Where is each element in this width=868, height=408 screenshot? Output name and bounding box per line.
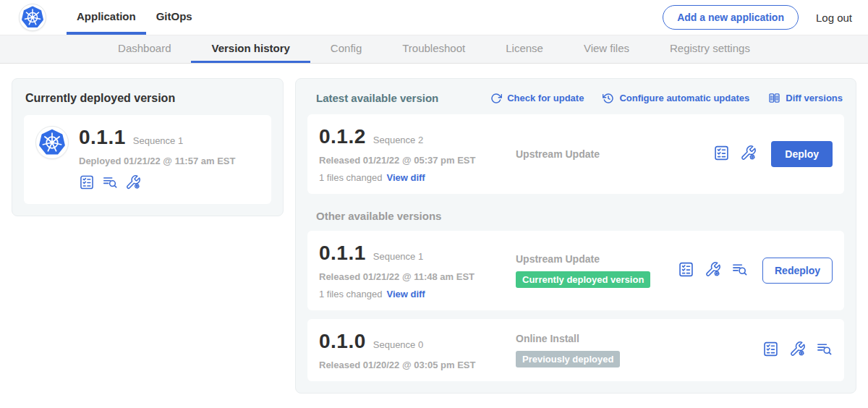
configure-automatic-updates-link[interactable]: Configure automatic updates bbox=[603, 93, 749, 104]
app-tabs: Application GitOps bbox=[67, 0, 203, 35]
sequence-label: Sequence 0 bbox=[373, 339, 423, 350]
redeploy-button[interactable]: Redeploy bbox=[762, 258, 833, 284]
version-number: 0.1.0 bbox=[319, 330, 366, 353]
check-for-update-link[interactable]: Check for update bbox=[490, 93, 584, 104]
subnav-item-config[interactable]: Config bbox=[310, 35, 382, 63]
deploy-button[interactable]: Deploy bbox=[771, 141, 833, 167]
main-content: Currently deployed version 0 bbox=[0, 64, 868, 408]
version-source-label: Online Install bbox=[516, 333, 762, 344]
version-number: 0.1.1 bbox=[319, 242, 366, 265]
refresh-icon bbox=[490, 93, 502, 104]
subnav-item-dashboard[interactable]: Dashboard bbox=[98, 35, 191, 63]
tab-application[interactable]: Application bbox=[67, 0, 146, 35]
kubernetes-logo-icon[interactable] bbox=[19, 4, 46, 31]
currently-deployed-panel: Currently deployed version 0 bbox=[12, 78, 284, 216]
released-timestamp: Released 01/20/22 @ 03:05 pm EST bbox=[319, 360, 500, 370]
view-diff-link[interactable]: View diff bbox=[386, 289, 425, 299]
other-available-versions-title: Other available versions bbox=[316, 210, 844, 222]
subnav-item-license[interactable]: License bbox=[485, 35, 563, 63]
header-spacer bbox=[203, 0, 663, 35]
currently-deployed-title: Currently deployed version bbox=[25, 92, 271, 105]
version-card-0-1-2: 0.1.2 Sequence 2 Released 01/21/22 @ 05:… bbox=[307, 114, 844, 194]
config-icon[interactable] bbox=[789, 341, 806, 360]
preflight-checks-icon[interactable] bbox=[713, 145, 730, 164]
subnav-item-troubleshoot[interactable]: Troubleshoot bbox=[382, 35, 485, 63]
files-changed-label: 1 files changed bbox=[319, 172, 382, 183]
version-card-0-1-1: 0.1.1 Sequence 1 Released 01/21/22 @ 11:… bbox=[307, 231, 844, 310]
deployed-version-number: 0.1.1 bbox=[79, 126, 126, 149]
config-icon[interactable] bbox=[705, 261, 721, 281]
released-timestamp: Released 01/21/22 @ 05:37 pm EST bbox=[319, 155, 500, 166]
version-card-0-1-0: 0.1.0 Sequence 0 Released 01/20/22 @ 03:… bbox=[307, 319, 844, 381]
kubernetes-app-icon bbox=[35, 126, 69, 159]
auto-update-clock-icon bbox=[603, 93, 614, 104]
config-icon[interactable] bbox=[125, 174, 141, 193]
deployed-sequence-label: Sequence 1 bbox=[133, 135, 183, 146]
diff-icon bbox=[768, 92, 780, 104]
files-changed-label: 1 files changed bbox=[319, 289, 382, 299]
tab-gitops[interactable]: GitOps bbox=[146, 0, 203, 35]
preflight-checks-icon[interactable] bbox=[79, 174, 95, 193]
view-logs-icon[interactable] bbox=[731, 261, 748, 281]
sequence-label: Sequence 1 bbox=[373, 251, 423, 262]
diff-versions-link[interactable]: Diff versions bbox=[768, 92, 843, 104]
currently-deployed-badge: Currently deployed version bbox=[516, 271, 650, 288]
sequence-label: Sequence 2 bbox=[373, 135, 423, 145]
version-source-label: Upstream Update bbox=[516, 148, 713, 160]
preflight-checks-icon[interactable] bbox=[678, 261, 694, 281]
deployed-version-details: 0.1.1 Sequence 1 Deployed 01/21/22 @ 11:… bbox=[79, 126, 235, 193]
deployed-timestamp: Deployed 01/21/22 @ 11:57 am EST bbox=[79, 156, 235, 166]
subnav-item-view-files[interactable]: View files bbox=[563, 35, 650, 63]
released-timestamp: Released 01/21/22 @ 11:48 am EST bbox=[319, 271, 500, 282]
version-number: 0.1.2 bbox=[319, 125, 366, 148]
deployed-version-card: 0.1.1 Sequence 1 Deployed 01/21/22 @ 11:… bbox=[24, 115, 271, 204]
view-logs-icon[interactable] bbox=[102, 174, 118, 193]
logout-link[interactable]: Log out bbox=[816, 12, 852, 24]
previously-deployed-badge: Previously deployed bbox=[516, 351, 620, 367]
preflight-checks-icon[interactable] bbox=[762, 341, 779, 360]
top-header: Application GitOps Add a new application… bbox=[0, 0, 868, 35]
version-source-label: Upstream Update bbox=[516, 253, 678, 265]
subnav-item-registry-settings[interactable]: Registry settings bbox=[650, 35, 770, 63]
add-new-application-button[interactable]: Add a new application bbox=[663, 5, 799, 30]
view-logs-icon[interactable] bbox=[816, 341, 833, 360]
brand bbox=[19, 0, 46, 35]
config-icon[interactable] bbox=[740, 145, 757, 164]
app-subnav: Dashboard Version history Config Trouble… bbox=[0, 35, 868, 64]
view-diff-link[interactable]: View diff bbox=[386, 172, 425, 183]
subnav-item-version-history[interactable]: Version history bbox=[191, 35, 310, 63]
latest-available-title: Latest available version bbox=[316, 92, 438, 104]
version-history-panel: Latest available version Check for updat… bbox=[295, 78, 856, 394]
